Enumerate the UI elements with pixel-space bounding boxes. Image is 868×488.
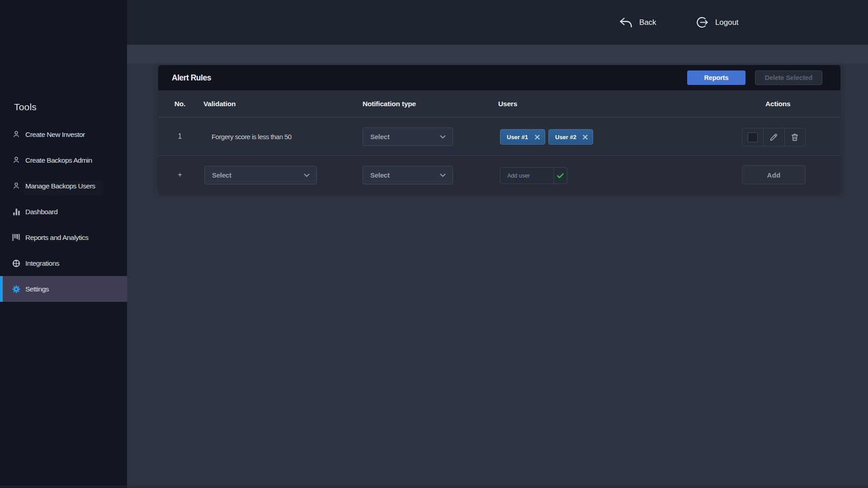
validation-select[interactable]: Select <box>204 166 317 184</box>
app-root: Back Logout Tools C <box>0 0 868 488</box>
remove-user-icon[interactable] <box>583 135 588 140</box>
report-bars-icon <box>12 234 20 242</box>
column-header-validation: Validation <box>203 90 236 117</box>
back-button[interactable]: Back <box>619 0 656 45</box>
column-header-users: Users <box>498 90 517 117</box>
gear-icon <box>12 285 20 293</box>
sidebar-item-integrations[interactable]: Integrations <box>0 250 127 276</box>
wheel-icon <box>12 259 20 267</box>
sidebar: Tools Create New Investor Create Backops… <box>0 0 127 488</box>
sidebar-item-label: Integrations <box>25 259 59 267</box>
row-actions-group <box>742 128 806 146</box>
card-header: Alert Rules Reports Delete Selected <box>158 65 840 90</box>
logout-label: Logout <box>715 18 738 27</box>
column-header-notification-type: Notification type <box>363 90 416 117</box>
notification-type-select[interactable]: Select <box>363 166 453 184</box>
select-placeholder: Select <box>370 133 390 141</box>
add-user-box <box>500 167 567 184</box>
validation-text: Forgery score is less than 50 <box>212 117 292 155</box>
add-user-input[interactable] <box>500 168 553 183</box>
person-icon <box>12 131 20 139</box>
table-row: 1 Forgery score is less than 50 Select U… <box>158 117 840 155</box>
reports-button[interactable]: Reports <box>687 70 745 85</box>
sidebar-item-label: Manage Backops Users <box>25 182 95 190</box>
card-title: Alert Rules <box>172 65 211 90</box>
sidebar-title: Tools <box>14 102 37 113</box>
sidebar-item-label: Dashboard <box>25 208 57 216</box>
sidebar-item-label: Reports and Analytics <box>25 234 88 242</box>
back-arrow-icon <box>619 15 633 30</box>
row-select-cell <box>742 128 763 146</box>
sidebar-item-label: Settings <box>25 285 49 293</box>
alert-rules-card: Alert Rules Reports Delete Selected No. … <box>158 65 840 193</box>
row-checkbox[interactable] <box>748 132 758 142</box>
user-chip-label: User #2 <box>555 134 576 141</box>
sidebar-item-label: Create Backops Admin <box>25 156 92 164</box>
user-chip[interactable]: User #2 <box>548 129 593 145</box>
chevron-down-icon <box>440 135 446 139</box>
column-header-actions: Actions <box>765 90 790 117</box>
add-rule-row: + Select Select <box>158 156 840 193</box>
sidebar-item-label: Create New Investor <box>25 131 85 139</box>
top-bar: Back Logout <box>127 0 868 45</box>
notification-type-select[interactable]: Select <box>363 127 453 146</box>
select-placeholder: Select <box>212 171 231 179</box>
subheader-band <box>127 45 868 64</box>
sidebar-item-create-backops-admin[interactable]: Create Backops Admin <box>0 147 127 173</box>
column-header-no: No. <box>172 90 188 117</box>
sidebar-item-dashboard[interactable]: Dashboard <box>0 199 127 225</box>
select-placeholder: Select <box>370 171 390 179</box>
remove-user-icon[interactable] <box>535 135 540 140</box>
chevron-down-icon <box>440 174 446 177</box>
logout-button[interactable]: Logout <box>695 0 738 45</box>
person-icon <box>12 156 20 164</box>
sidebar-item-create-new-investor[interactable]: Create New Investor <box>0 122 127 147</box>
chevron-down-icon <box>304 174 310 177</box>
sidebar-item-reports-and-analytics[interactable]: Reports and Analytics <box>0 225 127 250</box>
sidebar-item-manage-backops-users[interactable]: Manage Backops Users <box>0 173 127 199</box>
bar-chart-icon <box>12 208 20 216</box>
user-chip[interactable]: User #1 <box>500 129 545 145</box>
person-icon <box>12 182 20 190</box>
row-number: 1 <box>172 117 188 155</box>
table-header-row: No. Validation Notification type Users A… <box>158 90 840 117</box>
add-row-plus: + <box>172 156 188 193</box>
edit-row-button[interactable] <box>763 128 784 146</box>
check-icon <box>557 173 564 178</box>
add-rule-button[interactable]: Add <box>742 165 806 184</box>
logout-icon <box>695 15 709 29</box>
user-chip-label: User #1 <box>507 134 528 141</box>
sidebar-item-settings[interactable]: Settings <box>0 276 127 302</box>
edit-pencil-icon <box>769 132 778 142</box>
delete-selected-button[interactable]: Delete Selected <box>755 70 822 85</box>
back-label: Back <box>639 18 656 27</box>
delete-row-button[interactable] <box>784 128 805 146</box>
trash-icon <box>790 132 799 142</box>
bottom-edge-strip <box>0 485 868 488</box>
confirm-user-button[interactable] <box>553 168 567 183</box>
